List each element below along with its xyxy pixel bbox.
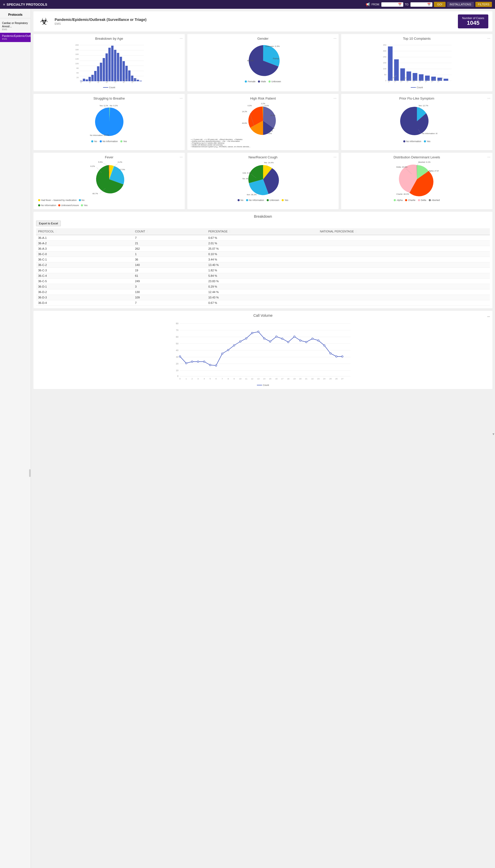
svg-text:9: 9 bbox=[234, 378, 235, 380]
col-national-pct: NATIONAL PERCENTAGE ⋮ bbox=[318, 228, 490, 235]
breakdown-by-age-menu[interactable]: ··· bbox=[180, 36, 183, 40]
svg-point-166 bbox=[306, 341, 307, 343]
export-excel-button[interactable]: Export to Excel bbox=[36, 220, 61, 226]
cough-card: New/Recent Cough ··· Yes: 14.4% Unk: 3.3… bbox=[187, 153, 339, 209]
sidebar-item-cardiac[interactable]: Cardiac or Respiratory Arrest/... EMS bbox=[0, 20, 31, 33]
table-row: 36-C-1363.44 % bbox=[36, 257, 490, 262]
table-row: 36-D-310910.43 % bbox=[36, 295, 490, 300]
svg-text:250: 250 bbox=[383, 56, 387, 58]
svg-text:11: 11 bbox=[245, 378, 248, 380]
table-row: 36-A-2212.01 % bbox=[36, 241, 490, 246]
calendar-icon[interactable]: 📅 bbox=[398, 3, 402, 6]
svg-point-157 bbox=[252, 332, 253, 334]
svg-text:2: 2 bbox=[191, 378, 193, 380]
charts-row-1: Breakdown by Age ··· 200 180 160 140 100… bbox=[34, 34, 492, 91]
svg-text:0: 0 bbox=[177, 375, 178, 377]
call-volume-menu[interactable]: ··· bbox=[487, 315, 490, 318]
app-body: Protocols Cardiac or Respiratory Arrest/… bbox=[0, 0, 495, 868]
svg-text:60: 60 bbox=[176, 335, 178, 338]
prior-flu-legend: No Information Yes bbox=[344, 140, 490, 143]
filters-button[interactable]: FILTERS bbox=[475, 2, 492, 7]
cough-menu[interactable]: ··· bbox=[334, 155, 337, 159]
age-legend: Count bbox=[36, 86, 182, 89]
struggling-title: Struggling to Breathe bbox=[36, 97, 182, 100]
svg-rect-62 bbox=[388, 46, 393, 81]
cases-count: 1045 bbox=[462, 20, 484, 26]
svg-text:50: 50 bbox=[384, 73, 387, 76]
svg-point-149 bbox=[204, 361, 205, 362]
sidebar-toggle-icon[interactable]: ▼ bbox=[492, 432, 495, 436]
svg-text:Fema: Fema bbox=[273, 57, 279, 60]
svg-point-164 bbox=[294, 336, 295, 338]
svg-text:2.2%: 2.2% bbox=[261, 103, 265, 104]
svg-text:Delta: 23.8%: Delta: 23.8% bbox=[396, 166, 407, 168]
high-risk-menu[interactable]: ··· bbox=[334, 96, 337, 100]
distribution-menu[interactable]: ··· bbox=[487, 155, 490, 159]
fever-menu[interactable]: ··· bbox=[180, 155, 183, 159]
breakdown-section: Breakdown Export to Excel PROTOCOL ⋮ COU… bbox=[34, 212, 492, 308]
svg-rect-27 bbox=[114, 50, 117, 81]
charts-row-2: Struggling to Breathe ··· Yes: 0.1% No: … bbox=[34, 94, 492, 150]
table-row: 36-C-3191.82 % bbox=[36, 268, 490, 273]
prior-flu-title: Prior Flu-Like Symptom bbox=[344, 97, 490, 100]
from-date-input[interactable]: 03/01/2020 📅 bbox=[381, 2, 403, 7]
svg-rect-23 bbox=[103, 58, 105, 81]
fever-card: Fever ··· bbox=[34, 153, 185, 209]
top10-legend: Count bbox=[344, 86, 490, 89]
svg-text:5: 5 bbox=[209, 378, 211, 380]
protocol-name: Pandemic/Epidemic/Outbreak (Surveillance… bbox=[55, 18, 147, 22]
svg-text:0.8%: 0.8% bbox=[269, 130, 273, 132]
svg-text:0.1%: 0.1% bbox=[270, 128, 274, 129]
svg-text:180: 180 bbox=[75, 49, 79, 51]
svg-point-148 bbox=[198, 361, 199, 362]
sidebar-item-pandemic[interactable]: Pandemic/Epidemic/Outbrea... EMS bbox=[0, 33, 31, 42]
struggling-menu[interactable]: ··· bbox=[180, 96, 183, 100]
svg-text:26: 26 bbox=[335, 378, 338, 380]
age-legend-line bbox=[103, 87, 108, 88]
svg-point-167 bbox=[312, 338, 313, 340]
svg-text:0: 0 bbox=[180, 378, 181, 380]
main-content: ☣ Pandemic/Epidemic/Outbreak (Surveillan… bbox=[31, 9, 495, 868]
gender-menu[interactable]: ··· bbox=[334, 36, 337, 40]
sidebar: Protocols Cardiac or Respiratory Arrest/… bbox=[0, 9, 31, 868]
sidebar-scrollbar[interactable] bbox=[29, 469, 31, 477]
svg-text:Yes: 14.4%: Yes: 14.4% bbox=[264, 162, 274, 164]
sidebar-item-label: Cardiac or Respiratory Arrest/... bbox=[2, 21, 29, 28]
go-button[interactable]: GO! bbox=[434, 2, 445, 7]
age-bar-svg: 200 180 160 140 100 80 60 20 bbox=[36, 43, 182, 84]
col-count: COUNT ⋮ bbox=[133, 228, 206, 235]
header-controls: 📢 FROM: 03/01/2020 📅 TO: 03/28/2020 📅 GO… bbox=[366, 2, 492, 7]
breakdown-by-age-chart: 200 180 160 140 100 80 60 20 bbox=[36, 43, 182, 85]
app-logo: ≡ SPECIALTY PROTOCOLS bbox=[3, 3, 366, 6]
prior-flu-menu[interactable]: ··· bbox=[487, 96, 490, 100]
top10-complaints-card: Top 10 Complaints ··· 350 300 250 150 10… bbox=[341, 34, 492, 91]
svg-point-145 bbox=[180, 356, 181, 357]
age-legend-count: Count bbox=[103, 86, 115, 89]
svg-point-161 bbox=[276, 336, 277, 338]
svg-text:14.2%: 14.2% bbox=[242, 111, 247, 113]
to-date-input[interactable]: 03/28/2020 📅 bbox=[410, 2, 432, 7]
svg-text:15: 15 bbox=[269, 378, 271, 380]
call-volume-title: Call Volume bbox=[253, 313, 273, 317]
svg-text:12: 12 bbox=[251, 378, 253, 380]
menu-icon[interactable]: ≡ bbox=[3, 3, 5, 6]
distribution-svg: Aborted: 0.1% Delta: 23.8% Alpha: 27.8% … bbox=[395, 159, 439, 200]
svg-point-162 bbox=[281, 338, 283, 340]
svg-rect-35 bbox=[137, 80, 139, 81]
svg-text:60: 60 bbox=[76, 72, 79, 74]
svg-point-171 bbox=[336, 356, 337, 357]
table-row: 36-D-213012.44 % bbox=[36, 290, 490, 295]
calendar-icon-2[interactable]: 📅 bbox=[427, 3, 431, 6]
breakdown-table-body: 36-A-170.67 %36-A-2212.01 %36-A-326225.0… bbox=[36, 235, 490, 306]
table-row: 36-C-524923.83 % bbox=[36, 279, 490, 284]
struggling-card: Struggling to Breathe ··· Yes: 0.1% No: … bbox=[34, 94, 185, 150]
sidebar-title: Protocols bbox=[0, 11, 31, 18]
svg-text:No: 0.2%: No: 0.2% bbox=[110, 104, 118, 107]
installations-button[interactable]: INSTALLATIONS bbox=[447, 2, 474, 7]
svg-text:20: 20 bbox=[76, 76, 79, 79]
top10-menu[interactable]: ··· bbox=[487, 36, 490, 40]
call-volume-card: Call Volume ··· 80 70 60 50 40 30 20 10 … bbox=[34, 311, 492, 389]
table-row: 36-C-010.10 % bbox=[36, 251, 490, 257]
svg-rect-36 bbox=[140, 81, 142, 81]
distribution-pie: Aborted: 0.1% Delta: 23.8% Alpha: 27.8% … bbox=[344, 161, 490, 197]
